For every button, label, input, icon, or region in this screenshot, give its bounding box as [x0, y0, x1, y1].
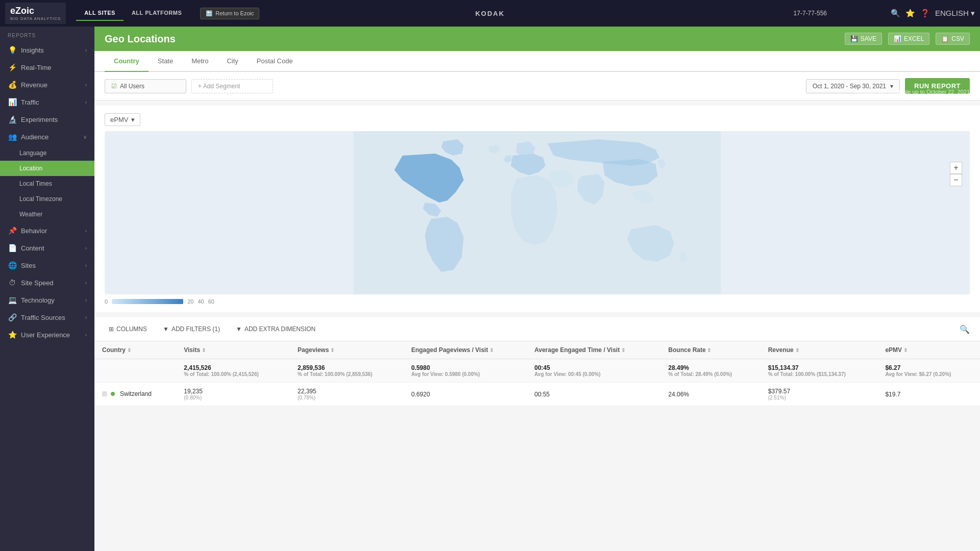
metric-selector[interactable]: ePMV ▾ — [105, 113, 140, 126]
add-segment-box[interactable]: + Add Segment — [191, 79, 273, 93]
sidebar-item-insights[interactable]: 💡 Insights › — [0, 41, 94, 59]
sidebar-label-traffic: Traffic — [21, 98, 39, 106]
col-engaged-pageviews[interactable]: Engaged Pageviews / Visit — [404, 341, 527, 359]
world-map[interactable]: + − — [105, 131, 970, 294]
cell-epmv: $19.7 — [877, 383, 980, 406]
search-icon-top[interactable]: 🔍 — [891, 9, 900, 18]
analytics-note: Analytics are available up to October 22… — [855, 89, 970, 95]
col-country[interactable]: Country — [94, 341, 176, 359]
columns-button[interactable]: ⊞ COLUMNS — [105, 323, 151, 335]
cell-avg-engaged-time: 00:55 — [527, 383, 660, 406]
sidebar-label-revenue: Revenue — [21, 81, 47, 89]
legend-gradient — [112, 299, 183, 304]
sidebar-item-sites[interactable]: 🌐 Sites › — [0, 257, 94, 274]
sidebar-item-audience[interactable]: 👥 Audience ∨ — [0, 128, 94, 145]
tabs-bar: Country State Metro City Postal Code — [94, 51, 980, 72]
sidebar-label-realtime: Real-Time — [21, 64, 51, 71]
legend-mid-high: 40 — [198, 298, 204, 305]
tab-country[interactable]: Country — [105, 51, 149, 72]
csv-button[interactable]: 📋 CSV — [936, 33, 970, 45]
logo-text: eZoic — [10, 6, 61, 16]
total-engaged-pageviews: 0.5980 Avg for View: 0.5980 (0.00%) — [404, 359, 527, 383]
sidebar-subitem-weather[interactable]: Weather — [0, 207, 94, 222]
col-bounce-rate[interactable]: Bounce Rate — [660, 341, 760, 359]
sidebar-label-trafficsources: Traffic Sources — [21, 314, 65, 321]
page-header: Geo Locations 💾 SAVE 📊 EXCEL 📋 CSV Analy… — [94, 27, 980, 51]
data-table: Country Visits Pageviews Engaged Pagevie… — [94, 341, 980, 406]
add-segment-label: + Add Segment — [198, 83, 240, 90]
sidebar-label-content: Content — [21, 244, 44, 252]
sidebar-item-content[interactable]: 📄 Content › — [0, 239, 94, 257]
col-avg-engaged-time[interactable]: Average Engaged Time / Visit — [527, 341, 660, 359]
behavior-icon: 📌 — [8, 227, 17, 235]
add-filters-button[interactable]: ▼ ADD FILTERS (1) — [159, 323, 224, 335]
table-search-icon[interactable]: 🔍 — [960, 324, 970, 334]
logo[interactable]: eZoic BIG DATA ANALYTICS — [5, 3, 66, 24]
content-arrow: › — [85, 245, 87, 251]
total-country — [94, 359, 176, 383]
table-row: Switzerland 19,235 (0.80%) 22,395 (0.78%… — [94, 383, 980, 406]
sidebar-label-sites: Sites — [21, 262, 36, 269]
traffic-icon: 📊 — [8, 98, 17, 106]
sidebar-item-experiments[interactable]: 🔬 Experiments — [0, 111, 94, 128]
zoom-out-button[interactable]: − — [950, 174, 962, 186]
nav-all-platforms[interactable]: ALL PLATFORMS — [124, 6, 190, 21]
sidebar-label-userexperience: User Experience — [21, 331, 70, 339]
sidebar-label-weather: Weather — [19, 211, 42, 218]
map-svg — [105, 131, 970, 294]
sidebar-item-technology[interactable]: 💻 Technology › — [0, 291, 94, 309]
audience-arrow: ∨ — [83, 134, 87, 140]
cell-bounce-rate: 24.06% — [660, 383, 760, 406]
add-extra-dimension-label: ADD EXTRA DIMENSION — [244, 325, 315, 333]
sidebar-subitem-localtimezone[interactable]: Local Timezone — [0, 191, 94, 207]
all-users-segment[interactable]: ☑ All Users — [105, 79, 186, 93]
tab-metro[interactable]: Metro — [182, 51, 217, 72]
sidebar-subitem-localtimes[interactable]: Local Times — [0, 176, 94, 191]
sidebar-item-sitespeed[interactable]: ⏱ Site Speed › — [0, 274, 94, 291]
map-section: ePMV ▾ — [94, 106, 980, 312]
sidebar-item-trafficsources[interactable]: 🔗 Traffic Sources › — [0, 309, 94, 326]
table-header-row: Country Visits Pageviews Engaged Pagevie… — [94, 341, 980, 359]
sidebar-item-traffic[interactable]: 📊 Traffic › — [0, 93, 94, 111]
insights-icon: 💡 — [8, 46, 17, 54]
top-right-icons: 🔍 ⭐ ❓ ENGLISH ▾ — [891, 9, 975, 18]
audience-icon: 👥 — [8, 133, 17, 141]
filter-icon: ▼ — [163, 325, 169, 333]
col-revenue[interactable]: Revenue — [761, 341, 878, 359]
legend-min: 0 — [105, 298, 108, 305]
sidebar-item-revenue[interactable]: 💰 Revenue › — [0, 76, 94, 93]
return-to-ezoic-button[interactable]: 🔙 Return to Ezoic — [200, 8, 259, 19]
segment-checkbox-icon: ☑ — [111, 83, 117, 90]
sitespeed-icon: ⏱ — [8, 279, 17, 287]
sidebar-subitem-location[interactable]: Location — [0, 161, 94, 176]
behavior-arrow: › — [85, 228, 87, 234]
cell-revenue: $379.57 (2.51%) — [761, 383, 878, 406]
dimension-icon: ▼ — [236, 325, 242, 333]
help-icon[interactable]: ❓ — [920, 9, 930, 18]
save-button[interactable]: 💾 SAVE — [845, 33, 882, 45]
tab-state[interactable]: State — [149, 51, 182, 72]
total-revenue: $15,134.37 % of Total: 100.00% ($15,134.… — [761, 359, 878, 383]
nav-all-sites[interactable]: ALL SITES — [76, 6, 124, 21]
sidebar-item-userexperience[interactable]: ⭐ User Experience › — [0, 326, 94, 343]
sidebar-subitem-language[interactable]: Language — [0, 145, 94, 161]
add-extra-dimension-button[interactable]: ▼ ADD EXTRA DIMENSION — [232, 323, 320, 335]
legend-mid: 20 — [187, 298, 193, 305]
tab-city[interactable]: City — [217, 51, 247, 72]
col-pageviews[interactable]: Pageviews — [290, 341, 404, 359]
sidebar-item-behavior[interactable]: 📌 Behavior › — [0, 222, 94, 239]
col-epmv[interactable]: ePMV — [877, 341, 980, 359]
sidebar-section-header: REPORTS — [0, 27, 94, 41]
total-pageviews: 2,859,536 % of Total: 100.00% (2,859,536… — [290, 359, 404, 383]
sidebar-item-realtime[interactable]: ⚡ Real-Time — [0, 59, 94, 76]
col-visits[interactable]: Visits — [176, 341, 290, 359]
trafficsources-icon: 🔗 — [8, 313, 17, 321]
return-icon: 🔙 — [206, 10, 213, 17]
excel-button[interactable]: 📊 EXCEL — [888, 33, 929, 45]
tab-postalcode[interactable]: Postal Code — [248, 51, 302, 72]
table-section: ⊞ COLUMNS ▼ ADD FILTERS (1) ▼ ADD EXTRA … — [94, 317, 980, 406]
zoom-in-button[interactable]: + — [950, 162, 962, 174]
cell-visits: 19,235 (0.80%) — [176, 383, 290, 406]
language-selector[interactable]: ENGLISH ▾ — [935, 9, 975, 18]
bookmark-icon[interactable]: ⭐ — [905, 9, 915, 18]
